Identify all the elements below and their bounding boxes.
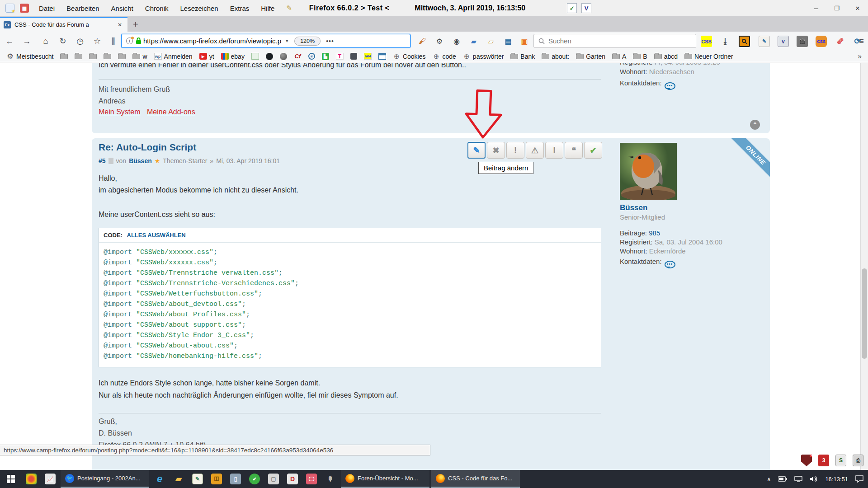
notification-icon[interactable] bbox=[855, 475, 863, 483]
download-icon[interactable]: ⭳ bbox=[720, 36, 731, 47]
bookmark-a[interactable]: A bbox=[612, 53, 626, 60]
menu-ansicht[interactable]: Ansicht bbox=[111, 5, 133, 12]
menu-bearbeiten[interactable]: Bearbeiten bbox=[66, 5, 99, 12]
bookmark-folder-3[interactable] bbox=[89, 54, 97, 59]
page-actions-icon[interactable]: ••• bbox=[326, 38, 334, 45]
site-info-icon[interactable]: i bbox=[126, 38, 133, 44]
search-bar[interactable]: Suchen bbox=[533, 34, 696, 48]
taskbar-icon-edge[interactable]: e bbox=[150, 470, 169, 488]
tab-active[interactable]: Fx CSS - Code für das Forum a ✕ bbox=[0, 17, 127, 32]
notes-pencil-icon[interactable]: ✎ bbox=[759, 36, 770, 47]
restore-button[interactable]: ❐ bbox=[826, 0, 847, 16]
bookmark-cf-13[interactable]: Cf bbox=[294, 53, 302, 60]
printer-desktop-icon[interactable]: ⎙ bbox=[853, 455, 863, 466]
link-mein-system[interactable]: Mein System bbox=[99, 108, 140, 116]
bookmark-meistbesucht[interactable]: ⚙Meistbesucht bbox=[6, 53, 53, 60]
taskbar-icon-notes[interactable]: ✎ bbox=[188, 470, 207, 488]
bookmark-code[interactable]: ⊕code bbox=[433, 53, 456, 60]
avatar[interactable] bbox=[620, 143, 677, 200]
author-link[interactable]: Büssen bbox=[129, 157, 152, 164]
star-icon[interactable]: ☆ bbox=[91, 35, 103, 47]
back-to-top-icon[interactable]: ⌃ bbox=[750, 120, 760, 130]
bookmark-cookies[interactable]: ⊕Cookies bbox=[393, 53, 426, 60]
taskbar-icon-whitebox[interactable]: ▢ bbox=[264, 470, 283, 488]
taskbar-icon-graydoc[interactable]: ▯ bbox=[226, 470, 245, 488]
shield-desktop-icon[interactable]: 1 bbox=[801, 455, 812, 466]
bookmark-anmelden[interactable]: wpAnmelden bbox=[154, 53, 193, 60]
taskbar-icon-pie[interactable]: ◔ bbox=[22, 470, 41, 488]
red3-desktop-icon[interactable]: 3 bbox=[818, 455, 829, 466]
tab-close-icon[interactable]: ✕ bbox=[116, 21, 124, 29]
link-meine-addons[interactable]: Meine Add-ons bbox=[147, 108, 195, 116]
paintbrush-icon[interactable]: 🖌 bbox=[417, 36, 428, 47]
taskbar-icon-key[interactable]: ⚿ bbox=[207, 470, 226, 488]
bookmark-listblue-19[interactable] bbox=[378, 53, 386, 60]
url-bar[interactable]: i https://www.camp-firefox.de/forum/view… bbox=[121, 34, 410, 48]
scrollbar-thumb[interactable] bbox=[862, 268, 867, 359]
select-all-link[interactable]: ALLES AUSWÄHLEN bbox=[127, 232, 186, 239]
clapperboard-icon[interactable]: 🎬 bbox=[797, 36, 808, 47]
report-button[interactable]: ! bbox=[506, 142, 524, 159]
open-folder-icon[interactable]: ▱ bbox=[486, 36, 496, 47]
library-icon[interactable]: ⫼ bbox=[108, 35, 119, 47]
start-button[interactable] bbox=[0, 470, 22, 488]
bookmark-puzzle-17[interactable] bbox=[350, 53, 357, 60]
information-button[interactable]: i bbox=[545, 142, 563, 159]
taskbar-icon-redmonitor[interactable]: 🖵 bbox=[302, 470, 321, 488]
bookmark-about-[interactable]: about: bbox=[542, 53, 569, 60]
bookmark-w[interactable]: w bbox=[132, 53, 147, 60]
url-text[interactable]: https://www.camp-firefox.de/forum/viewto… bbox=[143, 37, 281, 45]
bookmark-b[interactable]: B bbox=[633, 53, 647, 60]
gear-icon[interactable]: ⚙ bbox=[434, 36, 445, 47]
css-smiley-icon[interactable]: CSS bbox=[816, 36, 827, 47]
sbox-desktop-icon[interactable]: S bbox=[835, 455, 846, 466]
warn-button[interactable]: ⚠ bbox=[526, 142, 544, 159]
menu-datei[interactable]: Datei bbox=[39, 5, 55, 12]
bookmark-folder-5[interactable] bbox=[118, 54, 126, 59]
scrollbar[interactable] bbox=[860, 63, 868, 470]
taskbar-task[interactable]: 🦊CSS - Code für das Fo... bbox=[431, 470, 520, 488]
menu-extras[interactable]: Extras bbox=[230, 5, 250, 12]
forward-icon[interactable]: → bbox=[21, 35, 33, 47]
bookmark-passw-rter[interactable]: ⊕passwörter bbox=[463, 53, 504, 60]
bookmark-greenbox-15[interactable]: ▙ bbox=[322, 53, 329, 60]
taskbar-icon-greencheck[interactable]: ✔ bbox=[245, 470, 264, 488]
bookmark-folder-4[interactable] bbox=[104, 54, 111, 59]
code-body[interactable]: @import "CSSWeb/xxxxxx.css";@import "CSS… bbox=[99, 243, 601, 367]
bookmark-globeblue-14[interactable]: ✳ bbox=[308, 53, 315, 60]
posts-count-link[interactable]: 985 bbox=[649, 229, 660, 237]
approve-button[interactable]: ✔ bbox=[584, 142, 602, 159]
orange-magnifier-icon[interactable] bbox=[739, 36, 750, 47]
bookmark-yt[interactable]: ▶yt bbox=[199, 53, 214, 60]
new-tab-button[interactable]: + bbox=[127, 19, 144, 32]
reload-icon[interactable]: ↻ bbox=[57, 35, 69, 47]
bookmark-telekom-16[interactable]: T bbox=[336, 53, 344, 60]
v-app-icon[interactable]: V bbox=[581, 3, 591, 13]
play-circle-icon[interactable]: ◉ bbox=[451, 36, 462, 47]
edit-button[interactable]: ✎ bbox=[467, 142, 486, 159]
minimize-button[interactable]: ─ bbox=[806, 0, 826, 16]
home-icon[interactable]: ⌂ bbox=[40, 35, 52, 47]
bookmark-folder-2[interactable] bbox=[75, 54, 82, 59]
bookmark-neuer-ordner[interactable]: Neuer Ordner bbox=[684, 53, 733, 60]
contact-bubble-icon[interactable]: ••• bbox=[665, 82, 675, 90]
v-extension-icon[interactable]: V bbox=[778, 36, 789, 47]
menu-lesezeichen[interactable]: Lesezeichen bbox=[180, 5, 218, 12]
taskbar-task[interactable]: 🦊Foren-Übersicht - Mo... bbox=[341, 470, 429, 488]
taskbar-icon-explorer[interactable]: ▰ bbox=[169, 470, 188, 488]
taskbar-icon-chart[interactable]: 📈 bbox=[41, 470, 60, 488]
taskbar-icon-dred[interactable]: D bbox=[283, 470, 302, 488]
back-icon[interactable]: ← bbox=[4, 35, 15, 47]
zoom-level-button[interactable]: 120% bbox=[294, 37, 321, 46]
spreadsheet-check-icon[interactable]: ✓ bbox=[567, 3, 577, 13]
orange-app-icon[interactable]: ▣ bbox=[519, 36, 530, 47]
window-panel-icon[interactable]: ▤ bbox=[503, 36, 514, 47]
bookmarks-overflow-icon[interactable]: » bbox=[858, 52, 862, 61]
history-icon[interactable]: ◷ bbox=[74, 35, 86, 47]
close-button[interactable]: ✕ bbox=[847, 0, 868, 16]
post-number-link[interactable]: #5 bbox=[99, 157, 106, 164]
bookmark-ebay[interactable]: ebay bbox=[221, 53, 245, 60]
contact-bubble-icon[interactable]: ••• bbox=[665, 261, 675, 268]
bookmark-bank[interactable]: Bank bbox=[510, 53, 535, 60]
speaker-icon[interactable] bbox=[810, 476, 818, 482]
